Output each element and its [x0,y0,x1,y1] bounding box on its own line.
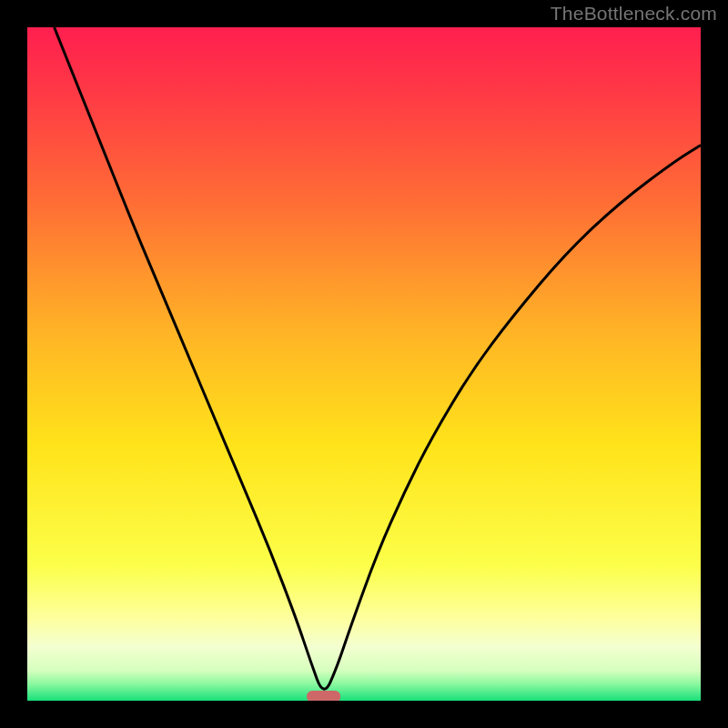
chart-frame: TheBottleneck.com [0,0,728,728]
background-rect [27,27,701,701]
watermark-text: TheBottleneck.com [551,3,717,25]
chart-svg [27,27,701,701]
minimum-marker [307,691,340,701]
plot-area [27,27,701,701]
